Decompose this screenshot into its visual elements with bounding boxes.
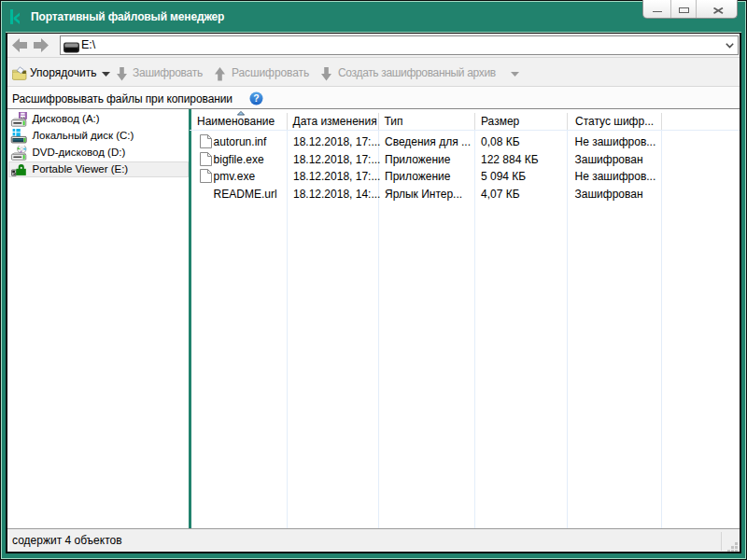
svg-text:?: ? <box>253 92 259 104</box>
